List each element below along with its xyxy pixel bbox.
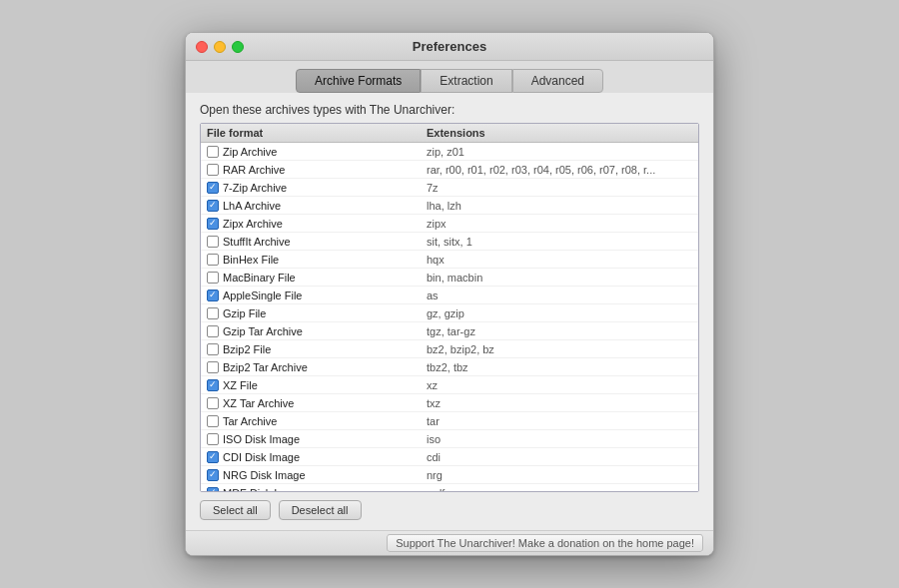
archive-extensions: tgz, tar-gz bbox=[427, 325, 692, 337]
tab-archive-formats[interactable]: Archive Formats bbox=[296, 69, 421, 93]
table-row: 7-Zip Archive7z bbox=[201, 179, 698, 197]
table-row: BinHex Filehqx bbox=[201, 251, 698, 269]
archive-checkbox[interactable] bbox=[207, 146, 219, 158]
list-header: File format Extensions bbox=[201, 124, 698, 143]
archive-name: Bzip2 File bbox=[223, 343, 271, 355]
row-format-cell: Gzip File bbox=[207, 307, 427, 319]
archive-name: LhA Archive bbox=[223, 200, 281, 212]
archive-extensions: gz, gzip bbox=[427, 307, 692, 319]
titlebar: Preferences bbox=[186, 33, 713, 61]
archive-extensions: lha, lzh bbox=[427, 200, 692, 212]
table-row: Gzip Tar Archivetgz, tar-gz bbox=[201, 322, 698, 340]
archive-extensions: tar bbox=[427, 415, 692, 427]
archive-checkbox[interactable] bbox=[207, 469, 219, 481]
maximize-button[interactable] bbox=[232, 41, 244, 53]
archive-name: Zip Archive bbox=[223, 146, 277, 158]
row-format-cell: Tar Archive bbox=[207, 415, 427, 427]
row-format-cell: XZ File bbox=[207, 379, 427, 391]
donation-link[interactable]: Support The Unarchiver! Make a donation … bbox=[387, 534, 703, 552]
archive-checkbox[interactable] bbox=[207, 290, 219, 301]
archive-name: Gzip File bbox=[223, 307, 266, 319]
archive-checkbox[interactable] bbox=[207, 343, 219, 355]
archive-checkbox[interactable] bbox=[207, 200, 219, 212]
archive-extensions: mdf bbox=[427, 487, 692, 493]
row-format-cell: 7-Zip Archive bbox=[207, 182, 427, 194]
archive-checkbox[interactable] bbox=[207, 272, 219, 284]
window-title: Preferences bbox=[413, 39, 486, 54]
archive-extensions: tbz2, tbz bbox=[427, 361, 692, 373]
minimize-button[interactable] bbox=[214, 41, 226, 53]
archive-name: 7-Zip Archive bbox=[223, 182, 287, 194]
table-row: RAR Archiverar, r00, r01, r02, r03, r04,… bbox=[201, 161, 698, 179]
archive-checkbox[interactable] bbox=[207, 236, 219, 248]
list-rows-container: Zip Archivezip, z01RAR Archiverar, r00, … bbox=[201, 143, 698, 492]
archive-extensions: sit, sitx, 1 bbox=[427, 236, 692, 248]
row-format-cell: RAR Archive bbox=[207, 164, 427, 176]
archive-extensions: nrg bbox=[427, 469, 692, 481]
row-format-cell: MacBinary File bbox=[207, 272, 427, 284]
row-format-cell: Gzip Tar Archive bbox=[207, 325, 427, 337]
archive-name: CDI Disk Image bbox=[223, 451, 300, 463]
archive-extensions: cdi bbox=[427, 451, 692, 463]
row-format-cell: BinHex File bbox=[207, 254, 427, 266]
row-format-cell: XZ Tar Archive bbox=[207, 397, 427, 409]
row-format-cell: NRG Disk Image bbox=[207, 469, 427, 481]
bottom-buttons: Select all Deselect all bbox=[200, 500, 699, 520]
archive-checkbox[interactable] bbox=[207, 379, 219, 391]
table-row: MacBinary Filebin, macbin bbox=[201, 269, 698, 287]
archive-checkbox[interactable] bbox=[207, 307, 219, 319]
archive-checkbox[interactable] bbox=[207, 182, 219, 194]
archive-checkbox[interactable] bbox=[207, 397, 219, 409]
row-format-cell: CDI Disk Image bbox=[207, 451, 427, 463]
archive-checkbox[interactable] bbox=[207, 218, 219, 230]
deselect-all-button[interactable]: Deselect all bbox=[279, 500, 362, 520]
archive-name: NRG Disk Image bbox=[223, 469, 306, 481]
table-row: CDI Disk Imagecdi bbox=[201, 448, 698, 466]
archive-checkbox[interactable] bbox=[207, 415, 219, 427]
archive-name: Bzip2 Tar Archive bbox=[223, 361, 308, 373]
archive-extensions: hqx bbox=[427, 254, 692, 266]
archive-name: AppleSingle File bbox=[223, 290, 303, 301]
archive-name: BinHex File bbox=[223, 254, 279, 266]
traffic-lights bbox=[196, 41, 244, 53]
subtitle-text: Open these archives types with The Unarc… bbox=[200, 103, 699, 117]
row-format-cell: Bzip2 Tar Archive bbox=[207, 361, 427, 373]
archive-extensions: zipx bbox=[427, 218, 692, 230]
row-format-cell: AppleSingle File bbox=[207, 290, 427, 301]
table-row: AppleSingle Fileas bbox=[201, 287, 698, 304]
row-format-cell: ISO Disk Image bbox=[207, 433, 427, 445]
archive-name: StuffIt Archive bbox=[223, 236, 291, 248]
content-area: Open these archives types with The Unarc… bbox=[186, 93, 713, 530]
archive-name: MacBinary File bbox=[223, 272, 296, 284]
archive-extensions: txz bbox=[427, 397, 692, 409]
col-extensions-header: Extensions bbox=[427, 127, 692, 139]
preferences-window: Preferences Archive Formats Extraction A… bbox=[185, 32, 714, 556]
table-row: Bzip2 Filebz2, bzip2, bz bbox=[201, 340, 698, 358]
table-row: Zip Archivezip, z01 bbox=[201, 143, 698, 161]
archive-checkbox[interactable] bbox=[207, 361, 219, 373]
archive-extensions: bin, macbin bbox=[427, 272, 692, 284]
archive-checkbox[interactable] bbox=[207, 254, 219, 266]
archive-checkbox[interactable] bbox=[207, 164, 219, 176]
archive-name: RAR Archive bbox=[223, 164, 285, 176]
table-row: Tar Archivetar bbox=[201, 412, 698, 430]
tab-extraction[interactable]: Extraction bbox=[421, 69, 511, 93]
archive-checkbox[interactable] bbox=[207, 487, 219, 493]
donation-bar: Support The Unarchiver! Make a donation … bbox=[186, 530, 713, 555]
select-all-button[interactable]: Select all bbox=[200, 500, 271, 520]
close-button[interactable] bbox=[196, 41, 208, 53]
tab-advanced[interactable]: Advanced bbox=[512, 69, 603, 93]
archive-list[interactable]: File format Extensions Zip Archivezip, z… bbox=[200, 123, 699, 492]
table-row: Bzip2 Tar Archivetbz2, tbz bbox=[201, 358, 698, 376]
archive-checkbox[interactable] bbox=[207, 433, 219, 445]
archive-extensions: iso bbox=[427, 433, 692, 445]
archive-name: MDF Disk Image bbox=[223, 487, 305, 493]
table-row: Zipx Archivezipx bbox=[201, 215, 698, 233]
archive-checkbox[interactable] bbox=[207, 451, 219, 463]
archive-name: XZ Tar Archive bbox=[223, 397, 294, 409]
archive-extensions: 7z bbox=[427, 182, 692, 194]
tabs-bar: Archive Formats Extraction Advanced bbox=[186, 61, 713, 93]
table-row: ISO Disk Imageiso bbox=[201, 430, 698, 448]
archive-checkbox[interactable] bbox=[207, 325, 219, 337]
table-row: XZ Tar Archivetxz bbox=[201, 394, 698, 412]
